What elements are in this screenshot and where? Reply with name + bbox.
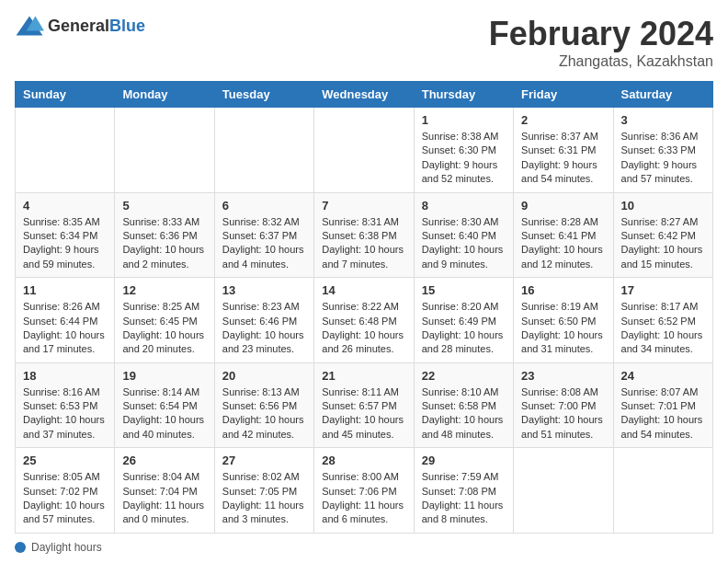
day-info: Sunrise: 8:02 AMSunset: 7:05 PMDaylight:… — [222, 470, 306, 527]
calendar-day-header: Wednesday — [314, 82, 414, 108]
day-info: Sunrise: 8:11 AMSunset: 6:57 PMDaylight:… — [322, 385, 405, 442]
day-info: Sunrise: 8:04 AMSunset: 7:04 PMDaylight:… — [122, 470, 206, 527]
calendar-cell: 18Sunrise: 8:16 AMSunset: 6:53 PMDayligh… — [16, 362, 115, 448]
calendar-cell: 10Sunrise: 8:27 AMSunset: 6:42 PMDayligh… — [613, 192, 712, 278]
day-number: 19 — [122, 369, 206, 383]
day-number: 17 — [621, 283, 705, 297]
logo-general: General — [48, 17, 109, 35]
day-number: 10 — [621, 199, 705, 213]
calendar-cell: 7Sunrise: 8:31 AMSunset: 6:38 PMDaylight… — [314, 192, 414, 278]
day-number: 13 — [222, 283, 306, 297]
day-number: 21 — [322, 369, 405, 383]
calendar-week-row: 4Sunrise: 8:35 AMSunset: 6:34 PMDaylight… — [16, 192, 713, 278]
day-info: Sunrise: 8:14 AMSunset: 6:54 PMDaylight:… — [122, 385, 206, 442]
calendar-cell: 21Sunrise: 8:11 AMSunset: 6:57 PMDayligh… — [314, 362, 414, 448]
calendar-cell: 17Sunrise: 8:17 AMSunset: 6:52 PMDayligh… — [613, 278, 712, 363]
calendar-table: SundayMondayTuesdayWednesdayThursdayFrid… — [15, 81, 713, 534]
logo-blue: Blue — [109, 17, 145, 35]
calendar-location: Zhangatas, Kazakhstan — [489, 53, 713, 70]
calendar-day-header: Friday — [514, 82, 613, 108]
day-info: Sunrise: 8:07 AMSunset: 7:01 PMDaylight:… — [621, 385, 705, 442]
day-info: Sunrise: 8:30 AMSunset: 6:40 PMDaylight:… — [422, 215, 506, 272]
day-number: 3 — [621, 113, 705, 127]
day-number: 12 — [122, 283, 206, 297]
day-number: 29 — [422, 454, 506, 467]
day-number: 8 — [422, 199, 506, 213]
footer: Daylight hours — [15, 541, 713, 554]
day-number: 18 — [23, 369, 107, 383]
day-info: Sunrise: 8:05 AMSunset: 7:02 PMDaylight:… — [23, 470, 107, 527]
day-number: 23 — [521, 369, 605, 383]
calendar-cell: 8Sunrise: 8:30 AMSunset: 6:40 PMDaylight… — [414, 192, 513, 278]
day-info: Sunrise: 8:17 AMSunset: 6:52 PMDaylight:… — [621, 300, 705, 357]
day-number: 22 — [422, 369, 506, 383]
calendar-cell: 13Sunrise: 8:23 AMSunset: 6:46 PMDayligh… — [214, 278, 313, 363]
day-number: 2 — [521, 113, 605, 127]
calendar-cell: 27Sunrise: 8:02 AMSunset: 7:05 PMDayligh… — [214, 448, 313, 534]
calendar-cell: 12Sunrise: 8:25 AMSunset: 6:45 PMDayligh… — [115, 278, 214, 363]
calendar-cell — [314, 108, 414, 193]
day-info: Sunrise: 7:59 AMSunset: 7:08 PMDaylight:… — [422, 470, 506, 527]
calendar-cell: 15Sunrise: 8:20 AMSunset: 6:49 PMDayligh… — [414, 278, 513, 363]
day-number: 20 — [222, 369, 306, 383]
calendar-cell: 28Sunrise: 8:00 AMSunset: 7:06 PMDayligh… — [314, 448, 414, 534]
day-info: Sunrise: 8:22 AMSunset: 6:48 PMDaylight:… — [322, 300, 405, 357]
day-number: 16 — [521, 283, 605, 297]
calendar-week-row: 1Sunrise: 8:38 AMSunset: 6:30 PMDaylight… — [16, 108, 713, 193]
day-number: 5 — [122, 199, 206, 213]
day-number: 11 — [23, 283, 107, 297]
calendar-cell: 25Sunrise: 8:05 AMSunset: 7:02 PMDayligh… — [16, 448, 115, 534]
day-info: Sunrise: 8:27 AMSunset: 6:42 PMDaylight:… — [621, 215, 705, 272]
day-number: 28 — [322, 454, 405, 467]
calendar-title: February 2024 — [489, 15, 713, 53]
day-info: Sunrise: 8:38 AMSunset: 6:30 PMDaylight:… — [422, 130, 506, 187]
logo-icon — [15, 15, 44, 37]
day-number: 15 — [422, 283, 506, 297]
day-info: Sunrise: 8:32 AMSunset: 6:37 PMDaylight:… — [222, 215, 306, 272]
calendar-cell: 11Sunrise: 8:26 AMSunset: 6:44 PMDayligh… — [16, 278, 115, 363]
day-number: 6 — [222, 199, 306, 213]
page-header: GeneralBlue February 2024 Zhangatas, Kaz… — [15, 15, 713, 70]
day-info: Sunrise: 8:28 AMSunset: 6:41 PMDaylight:… — [521, 215, 605, 272]
calendar-day-header: Monday — [115, 82, 214, 108]
calendar-cell: 16Sunrise: 8:19 AMSunset: 6:50 PMDayligh… — [514, 278, 613, 363]
calendar-week-row: 25Sunrise: 8:05 AMSunset: 7:02 PMDayligh… — [16, 448, 713, 534]
calendar-cell: 26Sunrise: 8:04 AMSunset: 7:04 PMDayligh… — [115, 448, 214, 534]
calendar-cell: 19Sunrise: 8:14 AMSunset: 6:54 PMDayligh… — [115, 362, 214, 448]
day-info: Sunrise: 8:08 AMSunset: 7:00 PMDaylight:… — [521, 385, 605, 442]
day-info: Sunrise: 8:10 AMSunset: 6:58 PMDaylight:… — [422, 385, 506, 442]
day-info: Sunrise: 8:37 AMSunset: 6:31 PMDaylight:… — [521, 130, 605, 187]
calendar-week-row: 18Sunrise: 8:16 AMSunset: 6:53 PMDayligh… — [16, 362, 713, 448]
day-number: 4 — [23, 199, 107, 213]
calendar-week-row: 11Sunrise: 8:26 AMSunset: 6:44 PMDayligh… — [16, 278, 713, 363]
day-info: Sunrise: 8:19 AMSunset: 6:50 PMDaylight:… — [521, 300, 605, 357]
title-block: February 2024 Zhangatas, Kazakhstan — [489, 15, 713, 70]
day-number: 26 — [122, 454, 206, 467]
calendar-cell — [16, 108, 115, 193]
calendar-cell: 29Sunrise: 7:59 AMSunset: 7:08 PMDayligh… — [414, 448, 513, 534]
day-info: Sunrise: 8:33 AMSunset: 6:36 PMDaylight:… — [122, 215, 206, 272]
calendar-cell — [613, 448, 712, 534]
day-info: Sunrise: 8:25 AMSunset: 6:45 PMDaylight:… — [122, 300, 206, 357]
day-info: Sunrise: 8:23 AMSunset: 6:46 PMDaylight:… — [222, 300, 306, 357]
day-number: 1 — [422, 113, 506, 127]
day-number: 24 — [621, 369, 705, 383]
day-info: Sunrise: 8:16 AMSunset: 6:53 PMDaylight:… — [23, 385, 107, 442]
calendar-cell: 3Sunrise: 8:36 AMSunset: 6:33 PMDaylight… — [613, 108, 712, 193]
daylight-dot — [15, 542, 26, 553]
calendar-cell: 1Sunrise: 8:38 AMSunset: 6:30 PMDaylight… — [414, 108, 513, 193]
calendar-cell: 9Sunrise: 8:28 AMSunset: 6:41 PMDaylight… — [514, 192, 613, 278]
day-number: 27 — [222, 454, 306, 467]
calendar-cell: 22Sunrise: 8:10 AMSunset: 6:58 PMDayligh… — [414, 362, 513, 448]
day-number: 25 — [23, 454, 107, 467]
calendar-cell: 6Sunrise: 8:32 AMSunset: 6:37 PMDaylight… — [214, 192, 313, 278]
day-info: Sunrise: 8:00 AMSunset: 7:06 PMDaylight:… — [322, 470, 405, 527]
day-info: Sunrise: 8:36 AMSunset: 6:33 PMDaylight:… — [621, 130, 705, 187]
daylight-label: Daylight hours — [31, 541, 102, 554]
day-number: 14 — [322, 283, 405, 297]
day-info: Sunrise: 8:31 AMSunset: 6:38 PMDaylight:… — [322, 215, 405, 272]
calendar-day-header: Sunday — [16, 82, 115, 108]
calendar-cell: 24Sunrise: 8:07 AMSunset: 7:01 PMDayligh… — [613, 362, 712, 448]
day-number: 9 — [521, 199, 605, 213]
calendar-cell — [514, 448, 613, 534]
